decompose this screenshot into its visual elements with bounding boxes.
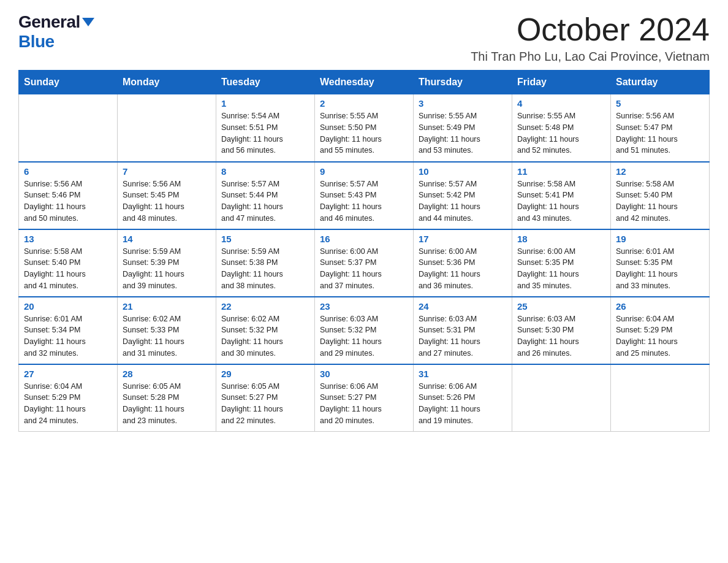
day-info: Sunrise: 5:59 AMSunset: 5:38 PMDaylight:… [221,246,309,292]
cell-week4-day1: 21Sunrise: 6:02 AMSunset: 5:33 PMDayligh… [118,297,216,364]
header: General Blue October 2024 Thi Tran Pho L… [18,12,710,64]
day-info: Sunrise: 6:02 AMSunset: 5:33 PMDaylight:… [123,313,211,359]
day-info: Sunrise: 6:04 AMSunset: 5:29 PMDaylight:… [24,381,112,427]
cell-week4-day5: 25Sunrise: 6:03 AMSunset: 5:30 PMDayligh… [512,297,611,364]
day-info: Sunrise: 5:56 AMSunset: 5:47 PMDaylight:… [616,110,704,156]
day-number: 20 [24,301,112,312]
day-info: Sunrise: 6:01 AMSunset: 5:34 PMDaylight:… [24,313,112,359]
cell-week5-day0: 27Sunrise: 6:04 AMSunset: 5:29 PMDayligh… [19,364,118,432]
day-number: 11 [517,166,605,177]
cell-week5-day1: 28Sunrise: 6:05 AMSunset: 5:28 PMDayligh… [118,364,216,432]
day-number: 1 [221,98,309,109]
cell-week3-day2: 15Sunrise: 5:59 AMSunset: 5:38 PMDayligh… [216,229,315,297]
day-info: Sunrise: 6:02 AMSunset: 5:32 PMDaylight:… [221,313,309,359]
day-info: Sunrise: 6:05 AMSunset: 5:28 PMDaylight:… [123,381,211,427]
day-info: Sunrise: 5:59 AMSunset: 5:39 PMDaylight:… [123,246,211,292]
day-info: Sunrise: 5:55 AMSunset: 5:50 PMDaylight:… [320,110,408,156]
day-number: 16 [320,234,408,244]
cell-week2-day6: 12Sunrise: 5:58 AMSunset: 5:40 PMDayligh… [611,162,710,229]
cell-week1-day0 [19,94,118,162]
day-number: 3 [419,98,507,109]
week-row-3: 13Sunrise: 5:58 AMSunset: 5:40 PMDayligh… [19,229,710,297]
cell-week1-day1 [118,94,216,162]
cell-week5-day6 [611,364,710,432]
cell-week2-day5: 11Sunrise: 5:58 AMSunset: 5:41 PMDayligh… [512,162,611,229]
cell-week3-day4: 17Sunrise: 6:00 AMSunset: 5:36 PMDayligh… [414,229,512,297]
cell-week4-day3: 23Sunrise: 6:03 AMSunset: 5:32 PMDayligh… [315,297,414,364]
day-info: Sunrise: 5:55 AMSunset: 5:49 PMDaylight:… [419,110,507,156]
cell-week4-day4: 24Sunrise: 6:03 AMSunset: 5:31 PMDayligh… [414,297,512,364]
col-saturday: Saturday [611,71,710,94]
day-info: Sunrise: 5:55 AMSunset: 5:48 PMDaylight:… [517,110,605,156]
day-number: 21 [123,301,211,312]
day-number: 10 [419,166,507,177]
logo-blue-text: Blue [18,32,55,52]
cell-week2-day4: 10Sunrise: 5:57 AMSunset: 5:42 PMDayligh… [414,162,512,229]
day-number: 9 [320,166,408,177]
day-number: 19 [616,234,704,244]
col-tuesday: Tuesday [216,71,315,94]
cell-week1-day6: 5Sunrise: 5:56 AMSunset: 5:47 PMDaylight… [611,94,710,162]
month-title: October 2024 [471,12,710,47]
day-number: 29 [221,369,309,379]
cell-week5-day3: 30Sunrise: 6:06 AMSunset: 5:27 PMDayligh… [315,364,414,432]
col-wednesday: Wednesday [315,71,414,94]
cell-week3-day3: 16Sunrise: 6:00 AMSunset: 5:37 PMDayligh… [315,229,414,297]
day-number: 12 [616,166,704,177]
col-friday: Friday [512,71,611,94]
day-info: Sunrise: 5:57 AMSunset: 5:44 PMDaylight:… [221,178,309,224]
day-number: 13 [24,234,112,244]
day-number: 5 [616,98,704,109]
cell-week4-day6: 26Sunrise: 6:04 AMSunset: 5:29 PMDayligh… [611,297,710,364]
cell-week3-day1: 14Sunrise: 5:59 AMSunset: 5:39 PMDayligh… [118,229,216,297]
cell-week3-day0: 13Sunrise: 5:58 AMSunset: 5:40 PMDayligh… [19,229,118,297]
day-number: 28 [123,369,211,379]
cell-week3-day6: 19Sunrise: 6:01 AMSunset: 5:35 PMDayligh… [611,229,710,297]
day-number: 7 [123,166,211,177]
calendar-table: Sunday Monday Tuesday Wednesday Thursday… [18,70,710,432]
cell-week5-day5 [512,364,611,432]
day-number: 31 [419,369,507,379]
cell-week4-day2: 22Sunrise: 6:02 AMSunset: 5:32 PMDayligh… [216,297,315,364]
day-info: Sunrise: 5:57 AMSunset: 5:42 PMDaylight:… [419,178,507,224]
day-info: Sunrise: 5:56 AMSunset: 5:46 PMDaylight:… [24,178,112,224]
cell-week1-day4: 3Sunrise: 5:55 AMSunset: 5:49 PMDaylight… [414,94,512,162]
cell-week5-day2: 29Sunrise: 6:05 AMSunset: 5:27 PMDayligh… [216,364,315,432]
day-info: Sunrise: 6:00 AMSunset: 5:36 PMDaylight:… [419,246,507,292]
day-info: Sunrise: 5:58 AMSunset: 5:40 PMDaylight:… [24,246,112,292]
logo-general-text: General [18,12,80,32]
day-info: Sunrise: 6:03 AMSunset: 5:30 PMDaylight:… [517,313,605,359]
day-number: 23 [320,301,408,312]
day-number: 30 [320,369,408,379]
logo: General Blue [18,12,94,52]
week-row-2: 6Sunrise: 5:56 AMSunset: 5:46 PMDaylight… [19,162,710,229]
cell-week1-day3: 2Sunrise: 5:55 AMSunset: 5:50 PMDaylight… [315,94,414,162]
day-info: Sunrise: 6:06 AMSunset: 5:26 PMDaylight:… [419,381,507,427]
header-row: Sunday Monday Tuesday Wednesday Thursday… [19,71,710,94]
day-info: Sunrise: 6:01 AMSunset: 5:35 PMDaylight:… [616,246,704,292]
week-row-4: 20Sunrise: 6:01 AMSunset: 5:34 PMDayligh… [19,297,710,364]
cell-week2-day3: 9Sunrise: 5:57 AMSunset: 5:43 PMDaylight… [315,162,414,229]
day-number: 2 [320,98,408,109]
day-number: 27 [24,369,112,379]
day-info: Sunrise: 6:03 AMSunset: 5:32 PMDaylight:… [320,313,408,359]
day-info: Sunrise: 6:00 AMSunset: 5:37 PMDaylight:… [320,246,408,292]
day-number: 26 [616,301,704,312]
day-number: 8 [221,166,309,177]
cell-week4-day0: 20Sunrise: 6:01 AMSunset: 5:34 PMDayligh… [19,297,118,364]
day-info: Sunrise: 6:06 AMSunset: 5:27 PMDaylight:… [320,381,408,427]
day-number: 24 [419,301,507,312]
day-number: 15 [221,234,309,244]
day-number: 17 [419,234,507,244]
day-number: 18 [517,234,605,244]
day-number: 22 [221,301,309,312]
cell-week2-day1: 7Sunrise: 5:56 AMSunset: 5:45 PMDaylight… [118,162,216,229]
day-number: 25 [517,301,605,312]
cell-week1-day2: 1Sunrise: 5:54 AMSunset: 5:51 PMDaylight… [216,94,315,162]
cell-week2-day0: 6Sunrise: 5:56 AMSunset: 5:46 PMDaylight… [19,162,118,229]
col-sunday: Sunday [19,71,118,94]
day-number: 4 [517,98,605,109]
day-number: 6 [24,166,112,177]
day-info: Sunrise: 5:54 AMSunset: 5:51 PMDaylight:… [221,110,309,156]
day-info: Sunrise: 6:00 AMSunset: 5:35 PMDaylight:… [517,246,605,292]
